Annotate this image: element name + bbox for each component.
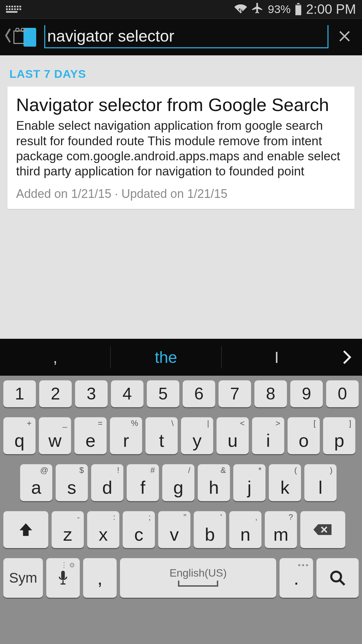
status-bar: 93% 2:00 PM: [0, 0, 362, 18]
key-n[interactable]: n,: [229, 511, 261, 548]
key-e[interactable]: e=: [74, 417, 107, 454]
key-t[interactable]: t\: [145, 417, 178, 454]
comma-key[interactable]: ,: [83, 558, 117, 598]
battery-percent: 93%: [268, 3, 291, 16]
key-s[interactable]: s$: [56, 464, 88, 501]
svg-point-3: [16, 28, 19, 32]
section-header: LAST 7 DAYS: [9, 67, 355, 80]
suggestion-expand-button[interactable]: [332, 350, 362, 365]
key-3[interactable]: 3: [75, 380, 108, 407]
key-9[interactable]: 9: [290, 380, 323, 407]
key-a[interactable]: a@: [20, 464, 52, 501]
key-6[interactable]: 6: [183, 380, 215, 407]
key-r[interactable]: r%: [110, 417, 142, 454]
key-h[interactable]: h&: [198, 464, 230, 501]
key-2[interactable]: 2: [39, 380, 72, 407]
space-key[interactable]: English(US): [120, 558, 276, 598]
key-l[interactable]: l): [304, 464, 337, 501]
key-p[interactable]: p]: [323, 417, 355, 454]
key-x[interactable]: x:: [87, 511, 119, 548]
shift-key[interactable]: [3, 511, 48, 548]
wifi-icon: [234, 3, 247, 16]
suggestion-center[interactable]: the: [111, 339, 221, 376]
key-7[interactable]: 7: [219, 380, 251, 407]
key-y[interactable]: y|: [181, 417, 213, 454]
airplane-mode-icon: [251, 2, 264, 17]
svg-line-9: [340, 580, 345, 585]
symbols-key[interactable]: Sym: [3, 558, 43, 598]
key-d[interactable]: d!: [91, 464, 123, 501]
space-bar-icon: [178, 581, 218, 587]
svg-rect-2: [295, 5, 301, 15]
svg-rect-5: [61, 571, 65, 579]
key-v[interactable]: v": [158, 511, 190, 548]
key-c[interactable]: c;: [123, 511, 155, 548]
result-title: Navigator selector from Google Search: [16, 95, 346, 115]
key-1[interactable]: 1: [3, 380, 36, 407]
keyboard-suggestion-bar: , the I: [0, 339, 362, 376]
voice-input-key[interactable]: ⋮⚙: [46, 558, 80, 598]
soft-keyboard: 1234567890 q+w_e=r%t\y|u<i>o[p] a@s$d!f#…: [0, 376, 362, 644]
battery-icon: [295, 3, 302, 16]
suggestion-left[interactable]: ,: [0, 339, 110, 376]
result-meta: Added on 1/21/15 · Updated on 1/21/15: [16, 187, 346, 201]
results-area[interactable]: LAST 7 DAYS Navigator selector from Goog…: [0, 55, 362, 339]
result-description: Enable select navigation application fro…: [16, 118, 346, 179]
key-o[interactable]: o[: [288, 417, 320, 454]
search-field-wrap: [44, 26, 328, 48]
more-hint-icon: •••: [298, 561, 310, 570]
key-w[interactable]: w_: [39, 417, 71, 454]
clear-search-button[interactable]: [332, 24, 357, 50]
key-q[interactable]: q+: [3, 417, 36, 454]
key-u[interactable]: u<: [217, 417, 249, 454]
suggestion-right[interactable]: I: [222, 339, 332, 376]
action-bar: [0, 18, 362, 55]
keyboard-indicator-icon: [6, 6, 21, 13]
settings-hint-icon: ⋮⚙: [60, 561, 76, 570]
key-j[interactable]: j*: [233, 464, 265, 501]
key-k[interactable]: k(: [269, 464, 301, 501]
svg-point-4: [21, 28, 24, 32]
key-0[interactable]: 0: [326, 380, 359, 407]
clock: 2:00 PM: [306, 2, 356, 17]
key-i[interactable]: i>: [252, 417, 284, 454]
search-input[interactable]: [47, 27, 325, 45]
key-m[interactable]: m?: [265, 511, 297, 548]
key-z[interactable]: z-: [52, 511, 84, 548]
result-card[interactable]: Navigator selector from Google Search En…: [7, 87, 355, 209]
key-5[interactable]: 5: [147, 380, 179, 407]
space-key-label: English(US): [170, 567, 227, 579]
key-4[interactable]: 4: [111, 380, 143, 407]
key-8[interactable]: 8: [254, 380, 287, 407]
key-b[interactable]: b': [194, 511, 226, 548]
app-icon[interactable]: [13, 28, 36, 47]
backspace-key[interactable]: [300, 511, 345, 548]
key-g[interactable]: g/: [162, 464, 194, 501]
back-button[interactable]: [3, 28, 13, 47]
key-f[interactable]: f#: [127, 464, 159, 501]
svg-rect-0: [297, 3, 300, 4]
svg-point-8: [331, 572, 341, 581]
period-key[interactable]: ••• .: [280, 558, 313, 598]
search-action-key[interactable]: [316, 558, 359, 598]
